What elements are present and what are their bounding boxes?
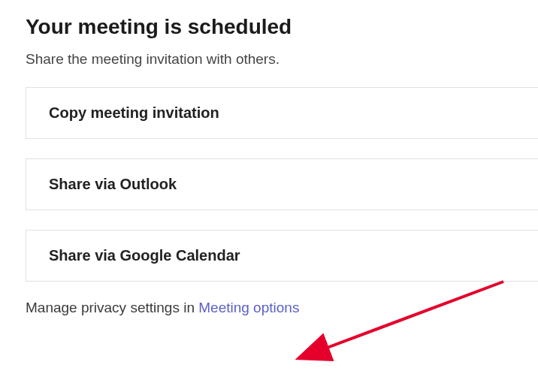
copy-invitation-button[interactable]: Copy meeting invitation: [26, 87, 538, 139]
meeting-options-link[interactable]: Meeting options: [198, 300, 299, 315]
share-outlook-button[interactable]: Share via Outlook: [26, 158, 538, 210]
dialog-subheading: Share the meeting invitation with others…: [26, 51, 538, 68]
privacy-prefix-text: Manage privacy settings in: [26, 300, 198, 315]
share-google-calendar-button[interactable]: Share via Google Calendar: [26, 230, 538, 282]
dialog-heading: Your meeting is scheduled: [26, 15, 538, 39]
privacy-settings-text: Manage privacy settings in Meeting optio…: [26, 300, 538, 316]
